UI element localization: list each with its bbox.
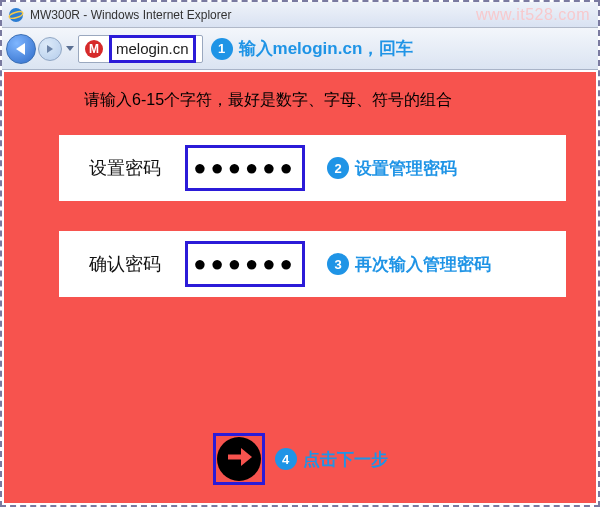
url-text[interactable]: melogin.cn [116,40,189,57]
site-favicon-icon: M [85,40,103,58]
annotation-step-2: 2 设置管理密码 [327,157,457,180]
set-password-label: 设置密码 [89,156,179,180]
address-bar[interactable]: M melogin.cn [78,35,203,63]
url-highlight-box: melogin.cn [109,35,196,63]
step-text: 输入melogin.cn，回车 [239,37,414,60]
step-text: 设置管理密码 [355,157,457,180]
step-text: 再次输入管理密码 [355,253,491,276]
next-button-area: 4 点击下一步 [4,433,596,485]
step-number-badge: 1 [211,38,233,60]
confirm-password-highlight-box: ●●●●●● [185,241,305,287]
step-number-badge: 3 [327,253,349,275]
step-number-badge: 4 [275,448,297,470]
next-button[interactable] [217,437,261,481]
annotation-step-1: 1 输入melogin.cn，回车 [211,37,414,60]
set-password-row: 设置密码 ●●●●●● 2 设置管理密码 [59,135,566,201]
confirm-password-input[interactable]: ●●●●●● [193,251,297,277]
ie-logo-icon [8,7,24,23]
set-password-input[interactable]: ●●●●●● [193,155,297,181]
annotation-step-4: 4 点击下一步 [275,448,388,471]
confirm-password-label: 确认密码 [89,252,179,276]
svg-marker-3 [241,448,252,466]
arrow-left-icon [16,43,25,55]
step-text: 点击下一步 [303,448,388,471]
set-password-highlight-box: ●●●●●● [185,145,305,191]
browser-toolbar: M melogin.cn 1 输入melogin.cn，回车 [2,28,598,70]
next-button-highlight-box [213,433,265,485]
annotation-step-3: 3 再次输入管理密码 [327,253,491,276]
window-title: MW300R - Windows Internet Explorer [30,8,231,22]
instruction-text: 请输入6-15个字符，最好是数字、字母、符号的组合 [4,72,596,121]
chevron-down-icon [66,46,74,51]
confirm-password-row: 确认密码 ●●●●●● 3 再次输入管理密码 [59,231,566,297]
arrow-right-icon [47,45,53,53]
forward-button[interactable] [38,37,62,61]
history-dropdown[interactable] [65,40,74,58]
router-setup-page: 请输入6-15个字符，最好是数字、字母、符号的组合 设置密码 ●●●●●● 2 … [4,72,596,503]
arrow-right-icon [226,447,252,471]
watermark-text: www.it528.com [476,6,590,24]
step-number-badge: 2 [327,157,349,179]
back-button[interactable] [6,34,36,64]
